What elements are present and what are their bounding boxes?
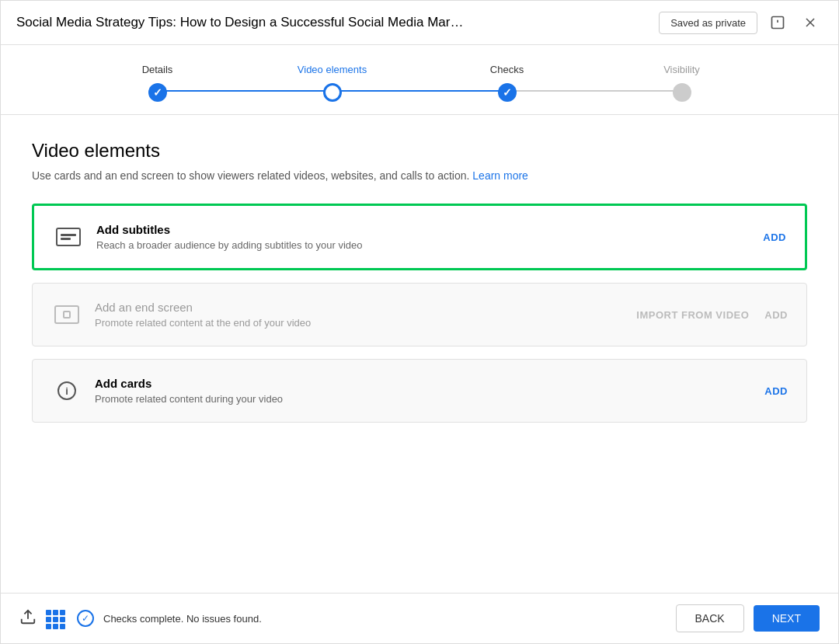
footer-left: ✓ Checks complete. No issues found. [19,608,262,629]
upload-icon [19,608,37,629]
step-details-label: Details [142,64,173,75]
back-button[interactable]: BACK [676,604,744,632]
header: Social Media Strategy Tips: How to Desig… [1,1,838,45]
step-checks: Checks ✓ [420,64,594,102]
step-details-circle: ✓ [148,83,167,102]
next-button[interactable]: NEXT [754,605,820,632]
add-cards-card-title: Add cards [95,377,752,390]
endscreen-icon [51,299,82,330]
subtitles-card-actions: ADD [763,231,786,243]
end-screen-card-title: Add an end screen [95,301,624,314]
add-cards-card: i Add cards Promote related content duri… [32,359,807,423]
page-title: Social Media Strategy Tips: How to Desig… [16,15,607,30]
end-screen-add-button[interactable]: ADD [764,309,788,321]
cards-add-button[interactable]: ADD [764,385,788,397]
step-checks-label: Checks [490,64,524,75]
saved-badge: Saved as private [659,12,757,34]
subtitles-card: Add subtitles Reach a broader audience b… [32,204,807,270]
add-cards-card-subtitle: Promote related content during your vide… [95,393,752,405]
footer-status: Checks complete. No issues found. [103,613,262,625]
end-screen-card-actions: IMPORT FROM VIDEO ADD [636,309,788,321]
subtitles-add-button[interactable]: ADD [763,231,786,243]
grid-icon [46,610,68,627]
step-details: Details ✓ [70,64,245,102]
learn-more-link[interactable]: Learn more [472,169,528,182]
alert-button[interactable] [765,10,790,35]
video-elements-title: Video elements [32,140,807,162]
step-video-elements-circle [323,83,342,102]
close-icon [802,15,818,30]
add-cards-card-body: Add cards Promote related content during… [82,377,764,405]
step-checks-circle: ✓ [498,83,517,102]
alert-icon [770,15,785,30]
add-cards-card-actions: ADD [764,385,788,397]
check-icon-2: ✓ [503,86,512,99]
close-button[interactable] [798,10,823,35]
subtitle-icon [53,221,84,252]
stepper: Details ✓ Video elements Checks ✓ Visibi… [1,45,838,115]
end-screen-card-subtitle: Promote related content at the end of yo… [95,317,624,329]
subtitles-card-body: Add subtitles Reach a broader audience b… [84,223,763,251]
step-visibility-circle [673,83,691,102]
header-actions: Saved as private [659,10,823,35]
footer-right: BACK NEXT [676,604,820,632]
step-video-elements-label: Video elements [298,64,367,75]
import-from-video-button[interactable]: IMPORT FROM VIDEO [636,309,749,321]
step-video-elements: Video elements [245,64,420,102]
step-visibility: Visibility [594,64,769,102]
stepper-row: Details ✓ Video elements Checks ✓ Visibi… [70,64,769,102]
info-circle-icon: i [51,375,82,406]
check-icon: ✓ [153,86,162,99]
end-screen-card-body: Add an end screen Promote related conten… [82,301,636,329]
subtitles-card-title: Add subtitles [96,223,750,236]
end-screen-card: Add an end screen Promote related conten… [32,283,807,346]
footer-check-icon: ✓ [77,610,94,627]
subtitles-card-subtitle: Reach a broader audience by adding subti… [96,239,750,251]
step-visibility-label: Visibility [663,64,700,75]
page-description: Use cards and an end screen to show view… [32,169,807,182]
footer: ✓ Checks complete. No issues found. BACK… [1,593,838,643]
main-content: Video elements Use cards and an end scre… [1,115,838,593]
